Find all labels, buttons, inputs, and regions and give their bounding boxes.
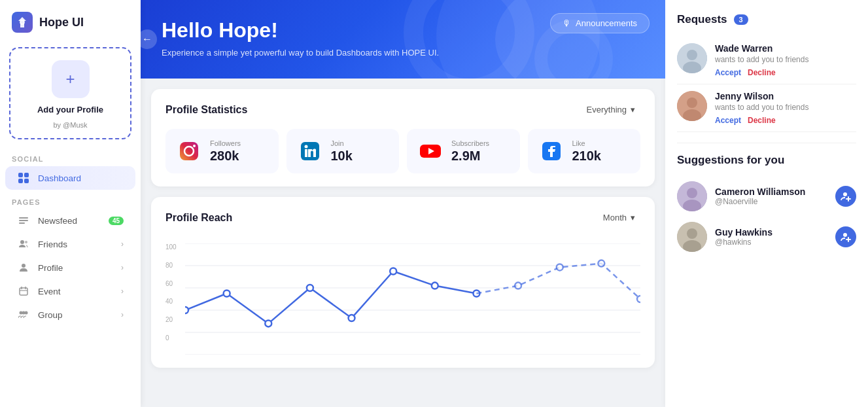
svg-point-10 xyxy=(22,264,26,268)
profile-label: Profile xyxy=(38,263,63,273)
announcements-button[interactable]: 🎙 Announcements xyxy=(550,13,650,33)
svg-point-20 xyxy=(193,145,196,147)
sidebar-item-dashboard[interactable]: Dashboard xyxy=(5,166,135,190)
stat-facebook: Like 210k xyxy=(528,129,641,173)
add-guy-button[interactable] xyxy=(835,226,856,247)
svg-rect-22 xyxy=(305,149,307,157)
svg-point-37 xyxy=(349,315,355,321)
wade-text: wants to add you to friends xyxy=(715,55,808,64)
profile-card[interactable]: + Add your Profile by @Musk xyxy=(9,47,131,139)
svg-point-42 xyxy=(557,264,563,270)
avatar-guy xyxy=(677,222,707,252)
sidebar-item-event[interactable]: Event › xyxy=(5,280,135,302)
dashboard-icon xyxy=(17,172,30,184)
instagram-label: Followers xyxy=(210,139,241,147)
svg-rect-4 xyxy=(24,179,29,183)
svg-point-58 xyxy=(687,228,697,239)
content-scroll: Profile Statistics Everything ▾ xyxy=(141,79,665,407)
svg-point-9 xyxy=(25,241,27,243)
requests-title: Requests xyxy=(677,13,727,26)
youtube-icon xyxy=(417,138,443,164)
add-cameron-button[interactable] xyxy=(835,186,856,207)
y-20: 20 xyxy=(165,316,177,323)
section-divider xyxy=(677,143,856,143)
jenny-decline-button[interactable]: Decline xyxy=(748,116,776,125)
svg-point-34 xyxy=(224,291,230,297)
facebook-icon xyxy=(538,138,564,164)
newsfeed-badge: 45 xyxy=(109,217,124,225)
wade-accept-button[interactable]: Accept xyxy=(715,68,741,77)
svg-point-33 xyxy=(185,307,188,313)
logo-icon xyxy=(12,12,33,33)
svg-rect-2 xyxy=(24,173,29,177)
event-label: Event xyxy=(38,287,61,296)
sidebar-item-profile[interactable]: Profile › xyxy=(5,257,135,279)
back-button[interactable]: ← xyxy=(141,29,157,49)
sidebar-item-newsfeed[interactable]: Newsfeed 45 xyxy=(5,209,135,232)
chart-area xyxy=(185,237,640,355)
statistics-dropdown[interactable]: Everything ▾ xyxy=(582,102,640,117)
y-100: 100 xyxy=(165,243,177,251)
sidebar-item-group[interactable]: Group › xyxy=(5,304,135,326)
statistics-title: Profile Statistics xyxy=(165,104,247,116)
instagram-value: 280k xyxy=(210,149,241,164)
profile-statistics-card: Profile Statistics Everything ▾ xyxy=(151,89,655,186)
request-item-wade: Wade Warren wants to add you to friends … xyxy=(677,37,856,84)
facebook-label: Like xyxy=(572,139,602,147)
youtube-label: Subscribers xyxy=(451,139,489,147)
wade-name: Wade Warren xyxy=(715,43,808,54)
reach-header: Profile Reach Month ▾ xyxy=(165,210,640,225)
jenny-accept-button[interactable]: Accept xyxy=(715,116,741,125)
svg-rect-6 xyxy=(19,220,28,221)
y-0: 0 xyxy=(165,334,177,342)
jenny-actions: Accept Decline xyxy=(715,116,808,125)
statistics-dropdown-icon: ▾ xyxy=(631,105,635,115)
svg-point-54 xyxy=(843,192,847,196)
announcements-icon: 🎙 xyxy=(563,18,571,28)
facebook-info: Like 210k xyxy=(572,139,602,164)
avatar-jenny xyxy=(677,91,707,121)
logo-text: Hope UI xyxy=(39,16,84,29)
request-item-jenny: Jenny Wilson wants to add you to friends… xyxy=(677,84,856,132)
event-icon xyxy=(17,286,30,296)
svg-point-35 xyxy=(265,320,271,327)
add-profile-button[interactable]: + xyxy=(52,60,90,98)
y-60: 60 xyxy=(165,280,177,287)
hero-subtitle: Experience a simple yet powerful way to … xyxy=(162,48,644,58)
friends-icon xyxy=(17,239,30,249)
social-section-label: SOCIAL xyxy=(0,147,141,166)
guy-info: Guy Hawkins @hawkins xyxy=(715,227,773,247)
y-axis-labels: 100 80 60 40 20 0 xyxy=(165,243,177,342)
suggestion-guy: Guy Hawkins @hawkins xyxy=(677,217,856,257)
stat-youtube: Subscribers 2.9M xyxy=(407,129,520,173)
requests-badge: 3 xyxy=(734,14,748,25)
cameron-info: Cameron Williamson @Naoerville xyxy=(715,186,805,206)
jenny-name: Jenny Wilson xyxy=(715,91,808,101)
svg-rect-11 xyxy=(20,288,27,295)
svg-point-43 xyxy=(598,260,604,267)
sidebar-item-friends[interactable]: Friends › xyxy=(5,233,135,255)
profile-reach-card: Profile Reach Month ▾ 100 80 60 40 20 0 xyxy=(151,197,655,368)
instagram-info: Followers 280k xyxy=(210,139,241,164)
reach-dropdown[interactable]: Month ▾ xyxy=(598,210,640,225)
svg-point-8 xyxy=(20,240,24,244)
svg-rect-1 xyxy=(18,173,23,177)
stats-row: Followers 280k Join xyxy=(165,129,640,173)
linkedin-info: Join 10k xyxy=(331,139,353,164)
statistics-header: Profile Statistics Everything ▾ xyxy=(165,102,640,117)
instagram-icon xyxy=(176,138,202,164)
svg-point-49 xyxy=(687,97,697,108)
svg-point-23 xyxy=(304,145,307,149)
linkedin-label: Join xyxy=(331,139,353,147)
suggestions-title: Suggestions for you xyxy=(677,154,856,167)
wade-decline-button[interactable]: Decline xyxy=(748,68,776,77)
hero-banner: ← Hello Hope! Experience a simple yet po… xyxy=(141,0,665,79)
svg-point-60 xyxy=(843,233,847,237)
svg-rect-18 xyxy=(180,142,198,160)
youtube-info: Subscribers 2.9M xyxy=(451,139,489,164)
guy-handle: @hawkins xyxy=(715,238,773,247)
announcements-label: Announcements xyxy=(576,18,637,28)
svg-point-36 xyxy=(307,285,313,291)
reach-title: Profile Reach xyxy=(165,212,232,224)
newsfeed-icon xyxy=(17,215,30,226)
